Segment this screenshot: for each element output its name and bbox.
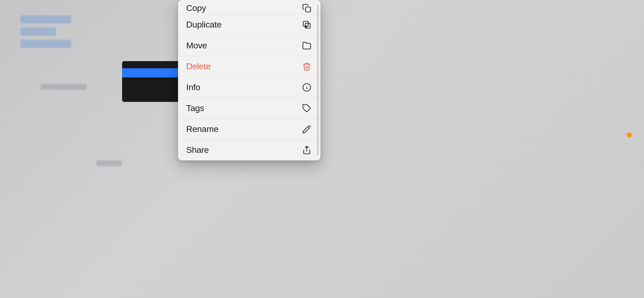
info-label: Info: [186, 82, 200, 92]
rename-icon: [301, 124, 312, 135]
bg-notification-dot: [627, 132, 632, 138]
tags-icon: [301, 103, 312, 114]
bg-sidebar: [20, 15, 86, 52]
bg-label: [41, 84, 86, 90]
share-icon: [301, 144, 312, 156]
rename-label: Rename: [186, 124, 218, 134]
delete-icon: [301, 61, 312, 72]
info-icon: [301, 82, 312, 93]
bg-label: [97, 160, 122, 166]
move-menu-item[interactable]: Move: [178, 35, 320, 56]
share-menu-item[interactable]: Share: [178, 140, 320, 160]
bg-sidebar-item: [20, 15, 71, 23]
context-menu: Copy Duplicate Move Del: [178, 0, 320, 160]
info-menu-item[interactable]: Info: [178, 77, 320, 98]
context-menu-scrollbar[interactable]: [317, 5, 318, 155]
svg-rect-0: [306, 7, 311, 12]
copy-icon: [301, 3, 312, 14]
copy-menu-item[interactable]: Copy: [178, 0, 320, 14]
bg-card-stripe: [122, 68, 186, 77]
move-icon: [301, 40, 312, 51]
bg-sidebar-item: [20, 28, 56, 36]
delete-menu-item[interactable]: Delete: [178, 56, 320, 77]
tags-label: Tags: [186, 103, 204, 113]
duplicate-menu-item[interactable]: Duplicate: [178, 14, 320, 35]
delete-label: Delete: [186, 61, 211, 71]
tags-menu-item[interactable]: Tags: [178, 98, 320, 119]
rename-menu-item[interactable]: Rename: [178, 119, 320, 140]
bg-sidebar-item: [20, 40, 71, 48]
move-label: Move: [186, 40, 207, 50]
duplicate-icon: [301, 19, 312, 30]
duplicate-label: Duplicate: [186, 20, 222, 30]
svg-line-9: [309, 125, 311, 127]
share-label: Share: [186, 145, 209, 155]
copy-label: Copy: [186, 3, 206, 13]
bg-card-thumbnail: [122, 61, 186, 102]
svg-rect-2: [303, 21, 309, 26]
background: [0, 0, 644, 298]
